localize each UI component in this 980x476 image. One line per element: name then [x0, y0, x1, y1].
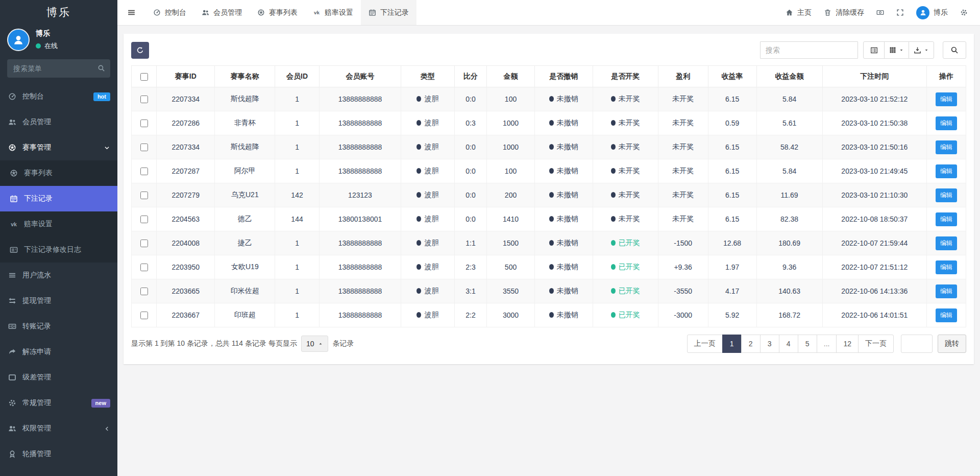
navbar-tabs: 控制台会员管理赛事列表vk赔率设置下注记录	[145, 0, 416, 25]
nav-tab-members[interactable]: 会员管理	[194, 0, 250, 25]
nav-tab-console[interactable]: 控制台	[145, 0, 194, 25]
cell-yield: 5.61	[756, 111, 822, 135]
sidebar-item-matches[interactable]: 赛事管理	[0, 135, 117, 160]
sidebar-item-unfreeze-requests[interactable]: 解冻申请	[0, 339, 117, 365]
sidebar-item-console[interactable]: 控制台hot	[0, 84, 117, 109]
sidebar-item-members[interactable]: 会员管理	[0, 109, 117, 135]
refresh-button[interactable]	[131, 42, 149, 59]
row-checkbox[interactable]	[140, 312, 148, 319]
nav-action-settings[interactable]	[954, 0, 974, 25]
sidebar-item-transfers[interactable]: 转账记录	[0, 314, 117, 339]
table-row: 2207279乌克U21142123123波胆0:0200未撤销未开奖未开奖6.…	[132, 183, 966, 207]
drawn-label: 已开奖	[619, 311, 640, 319]
cell-rate: 0.59	[708, 111, 756, 135]
page-button-5[interactable]: 5	[798, 335, 817, 353]
cell-time: 2022-10-08 18:50:37	[822, 207, 926, 231]
columns-button[interactable]	[884, 41, 909, 59]
row-checkbox[interactable]	[140, 168, 148, 175]
cell-account: 13888888888	[319, 135, 401, 159]
edit-button[interactable]: 编辑	[936, 212, 957, 226]
drawn-label: 已开奖	[619, 239, 640, 247]
row-checkbox[interactable]	[140, 96, 148, 103]
nav-action-profile[interactable]: 博乐	[910, 0, 954, 25]
edit-button[interactable]: 编辑	[936, 284, 957, 298]
cell-time: 2023-03-10 21:50:16	[822, 135, 926, 159]
jump-button[interactable]: 跳转	[938, 335, 966, 353]
sidebar-item-bet-records[interactable]: 下注记录	[0, 186, 117, 211]
cell-rate: 4.17	[708, 279, 756, 303]
edit-button[interactable]: 编辑	[936, 188, 957, 202]
cell-select	[132, 111, 157, 135]
table-search-input[interactable]	[760, 41, 858, 59]
sidebar-toggle-button[interactable]	[117, 0, 145, 25]
edit-button[interactable]: 编辑	[936, 140, 957, 154]
sidebar-item-general[interactable]: 常规管理new	[0, 390, 117, 416]
row-checkbox[interactable]	[140, 240, 148, 247]
sidebar-item-user-flows[interactable]: 用户流水	[0, 263, 117, 288]
page-button-12[interactable]: 12	[836, 335, 859, 353]
edit-button[interactable]: 编辑	[936, 164, 957, 178]
sidebar-item-carousel[interactable]: 轮播管理	[0, 441, 117, 467]
row-checkbox[interactable]	[140, 288, 148, 295]
page-size-select[interactable]: 10	[301, 336, 329, 352]
edit-button[interactable]: 编辑	[936, 116, 957, 130]
table-view-button-group	[863, 41, 934, 59]
column-header: 比分	[454, 66, 487, 87]
cell-profit: 未开奖	[658, 183, 708, 207]
grid-icon	[889, 46, 896, 54]
drawn-dot-icon	[611, 96, 616, 102]
cell-account: 123123	[319, 183, 401, 207]
sidebar-search-input[interactable]	[7, 59, 110, 78]
drawn-dot-icon	[611, 264, 616, 270]
sidebar-item-match-list[interactable]: 赛事列表	[0, 160, 117, 186]
cell-yield: 180.69	[756, 231, 822, 255]
online-dot-icon	[36, 43, 41, 49]
cell-type: 波胆	[401, 231, 455, 255]
edit-button[interactable]: 编辑	[936, 260, 957, 274]
sidebar-item-odds-settings[interactable]: vk赔率设置	[0, 211, 117, 237]
prev-page-button[interactable]: 上一页	[687, 335, 723, 353]
row-checkbox[interactable]	[140, 192, 148, 199]
next-page-button[interactable]: 下一页	[858, 335, 894, 353]
revoked-dot-icon	[549, 192, 554, 198]
row-checkbox[interactable]	[140, 144, 148, 151]
cell-drawn: 已开奖	[593, 303, 658, 327]
nav-tab-match-list[interactable]: 赛事列表	[250, 0, 305, 25]
export-button[interactable]	[909, 41, 934, 59]
nav-action-fullscreen[interactable]	[890, 0, 910, 25]
nav-action-bill[interactable]	[870, 0, 890, 25]
cogs-icon	[7, 399, 17, 407]
edit-button[interactable]: 编辑	[936, 92, 957, 106]
sidebar-item-withdrawals[interactable]: 提现管理	[0, 288, 117, 314]
nav-action-clear-cache[interactable]: 清除缓存	[818, 0, 870, 25]
nav-tab-odds-settings[interactable]: vk赔率设置	[305, 0, 361, 25]
cell-action: 编辑	[927, 207, 966, 231]
cell-account: 13888888888	[319, 87, 401, 111]
page-button-1[interactable]: 1	[722, 335, 742, 353]
cell-time: 2023-03-10 21:10:30	[822, 183, 926, 207]
sidebar-item-permissions[interactable]: 权限管理	[0, 416, 117, 441]
row-checkbox[interactable]	[140, 216, 148, 223]
nav-action-home[interactable]: 主页	[779, 0, 818, 25]
sidebar-item-label: 下注记录修改日志	[24, 245, 81, 254]
cell-amount: 1000	[487, 135, 534, 159]
page-button-2[interactable]: 2	[741, 335, 761, 353]
jump-page-input[interactable]	[901, 335, 933, 353]
detail-view-button[interactable]	[863, 41, 885, 59]
badge-new: new	[91, 399, 110, 408]
vk-icon: vk	[9, 220, 18, 228]
expand-icon	[896, 9, 904, 16]
cell-profit: 未开奖	[658, 159, 708, 183]
row-checkbox[interactable]	[140, 120, 148, 127]
search-button[interactable]	[943, 41, 966, 59]
edit-button[interactable]: 编辑	[936, 236, 957, 250]
page-button-3[interactable]: 3	[760, 335, 779, 353]
page-button-4[interactable]: 4	[779, 335, 798, 353]
cell-revoked: 未撤销	[534, 135, 593, 159]
select-all-checkbox[interactable]	[140, 73, 148, 81]
sidebar-item-level-diff[interactable]: 级差管理	[0, 365, 117, 390]
nav-tab-bet-records[interactable]: 下注记录	[361, 0, 416, 25]
sidebar-item-bet-record-logs[interactable]: 下注记录修改日志	[0, 237, 117, 263]
edit-button[interactable]: 编辑	[936, 308, 957, 322]
row-checkbox[interactable]	[140, 264, 148, 271]
